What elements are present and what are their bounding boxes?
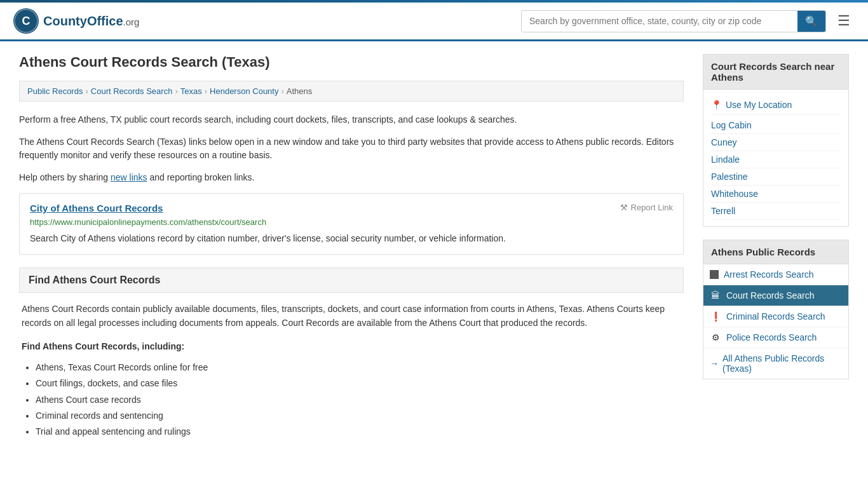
- find-section-body: Athens Court Records contain publicly av…: [19, 302, 684, 440]
- resource-card: City of Athens Court Records ⚒ Report Li…: [19, 193, 684, 255]
- nearby-section-title: Court Records Search near Athens: [703, 55, 848, 90]
- list-item: Lindale: [711, 151, 841, 168]
- find-section-para: Athens Court Records contain publicly av…: [22, 302, 681, 330]
- nearby-link[interactable]: Cuney: [711, 137, 736, 147]
- police-icon: ⚙: [710, 332, 721, 342]
- hamburger-button[interactable]: ☰: [832, 10, 855, 32]
- content-area: Athens Court Records Search (Texas) Publ…: [19, 54, 684, 440]
- public-records-item-court[interactable]: 🏛 Court Records Search: [703, 285, 848, 306]
- court-records-link[interactable]: Court Records Search: [726, 290, 815, 301]
- new-links-link[interactable]: new links: [111, 172, 147, 182]
- svg-text:C: C: [22, 15, 31, 27]
- arrest-icon: [710, 270, 719, 279]
- find-section: Find Athens Court Records Athens Court R…: [19, 268, 684, 440]
- breadcrumb-link-texas[interactable]: Texas: [180, 86, 202, 96]
- resource-description: Search City of Athens violations record …: [30, 232, 673, 245]
- sidebar: Court Records Search near Athens 📍 Use M…: [703, 54, 849, 440]
- all-records-item: → All Athens Public Records (Texas): [703, 348, 848, 379]
- list-item: Court filings, dockets, and case files: [36, 376, 681, 391]
- public-records-item-arrest[interactable]: Arrest Records Search: [703, 264, 848, 285]
- list-item: Whitehouse: [711, 186, 841, 203]
- list-item: Athens, Texas Court Records online for f…: [36, 360, 681, 376]
- search-button[interactable]: 🔍: [797, 11, 825, 32]
- page-title: Athens Court Records Search (Texas): [19, 54, 684, 71]
- criminal-records-link[interactable]: Criminal Records Search: [726, 311, 825, 322]
- nearby-section-body: 📍 Use My Location Log Cabin Cuney Lindal…: [703, 90, 848, 226]
- breadcrumb-link-public-records[interactable]: Public Records: [27, 86, 83, 96]
- breadcrumb: Public Records › Court Records Search › …: [19, 81, 684, 102]
- list-item: Trial and appeal sentencing and rulings: [36, 424, 681, 440]
- public-records-item-police[interactable]: ⚙ Police Records Search: [703, 327, 848, 348]
- public-records-section: Athens Public Records Arrest Records Sea…: [703, 240, 849, 379]
- find-section-list: Athens, Texas Court Records online for f…: [22, 360, 681, 440]
- resource-title[interactable]: City of Athens Court Records: [30, 203, 163, 214]
- list-item: Log Cabin: [711, 117, 841, 134]
- list-item: Cuney: [711, 134, 841, 151]
- court-icon: 🏛: [710, 290, 721, 301]
- list-item: Terrell: [711, 203, 841, 220]
- description-para3: Help others by sharing new links and rep…: [19, 171, 684, 184]
- location-pin-icon: 📍: [711, 100, 722, 110]
- police-records-link[interactable]: Police Records Search: [726, 332, 817, 342]
- logo-icon: C: [13, 8, 39, 34]
- breadcrumb-link-court-records-search[interactable]: Court Records Search: [91, 86, 173, 96]
- criminal-icon: ❗: [710, 311, 721, 322]
- main-container: Athens Court Records Search (Texas) Publ…: [0, 41, 868, 452]
- logo-text: CountyOffice.org: [43, 14, 139, 29]
- report-icon: ⚒: [620, 203, 628, 212]
- find-section-sub-heading: Find Athens Court Records, including:: [22, 339, 681, 353]
- all-records-link[interactable]: → All Athens Public Records (Texas): [710, 353, 842, 374]
- report-link-button[interactable]: ⚒ Report Link: [620, 203, 673, 212]
- use-location-item: 📍 Use My Location: [711, 96, 841, 114]
- description-para2: The Athens Court Records Search (Texas) …: [19, 135, 684, 162]
- nearby-section: Court Records Search near Athens 📍 Use M…: [703, 54, 849, 227]
- list-item: Palestine: [711, 168, 841, 186]
- nearby-link[interactable]: Lindale: [711, 154, 740, 165]
- nearby-link[interactable]: Log Cabin: [711, 120, 752, 130]
- nearby-link[interactable]: Palestine: [711, 172, 748, 182]
- search-bar: 🔍: [521, 10, 826, 32]
- logo-area: C CountyOffice.org: [13, 8, 139, 34]
- header-right: 🔍 ☰: [521, 10, 855, 32]
- public-records-title: Athens Public Records: [703, 240, 848, 264]
- resource-url: https://www.municipalonlinepayments.com/…: [30, 217, 673, 227]
- nearby-link[interactable]: Terrell: [711, 206, 735, 216]
- search-input[interactable]: [522, 11, 797, 30]
- list-item: Athens Court case records: [36, 392, 681, 408]
- find-section-header: Find Athens Court Records: [19, 268, 684, 293]
- header: C CountyOffice.org 🔍 ☰: [0, 3, 868, 41]
- arrest-records-link[interactable]: Arrest Records Search: [724, 269, 814, 280]
- public-records-list: Arrest Records Search 🏛 Court Records Se…: [703, 264, 848, 348]
- breadcrumb-current: Athens: [287, 86, 312, 96]
- nearby-link[interactable]: Whitehouse: [711, 189, 758, 199]
- list-item: Criminal records and sentencing: [36, 408, 681, 424]
- nearby-links-list: Log Cabin Cuney Lindale Palestine Whiteh…: [711, 117, 841, 220]
- arrow-right-icon: →: [710, 358, 719, 369]
- description-para1: Perform a free Athens, TX public court r…: [19, 113, 684, 126]
- use-location-link[interactable]: Use My Location: [726, 100, 792, 110]
- breadcrumb-link-henderson-county[interactable]: Henderson County: [210, 86, 278, 96]
- public-records-item-criminal[interactable]: ❗ Criminal Records Search: [703, 306, 848, 327]
